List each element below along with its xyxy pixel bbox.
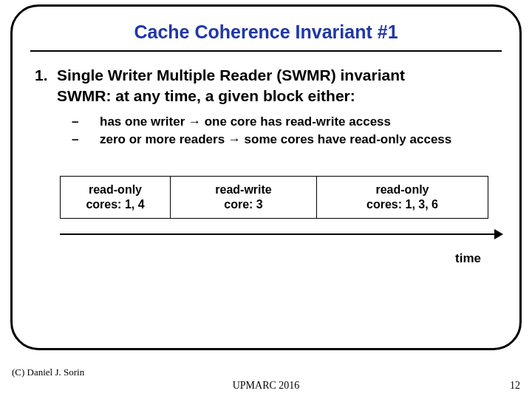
dash-marker: – xyxy=(72,131,100,149)
dash-2a: zero or more readers xyxy=(100,132,228,146)
dash-2b: some cores have read-only access xyxy=(241,132,451,146)
list-line-1: Single Writer Multiple Reader (SWMR) inv… xyxy=(57,65,405,86)
dash-item-1: – has one writer → one core has read-wri… xyxy=(72,113,502,132)
slide: Cache Coherence Invariant #1 1. Single W… xyxy=(0,0,532,399)
dash-item-2: – zero or more readers → some cores have… xyxy=(72,131,502,149)
time-axis xyxy=(60,229,503,239)
list-item-1: 1. Single Writer Multiple Reader (SWMR) … xyxy=(35,65,502,86)
timeline-epochs: read-only cores: 1, 4 read-write core: 3… xyxy=(60,176,488,219)
arrow-icon: → xyxy=(188,115,201,129)
epoch-3: read-only cores: 1, 3, 6 xyxy=(317,176,488,219)
list-line-2: SWMR: at any time, a given block either: xyxy=(35,86,502,106)
page-number: 12 xyxy=(510,380,520,392)
arrow-icon: → xyxy=(228,132,241,146)
epoch-1-line1: read-only xyxy=(64,183,167,197)
dash-1b: one core has read-write access xyxy=(201,115,391,129)
epoch-2-line1: read-write xyxy=(174,183,313,197)
epoch-1-line2: cores: 1, 4 xyxy=(64,197,167,212)
epoch-2: read-write core: 3 xyxy=(171,176,317,219)
dash-text-2: zero or more readers → some cores have r… xyxy=(100,131,451,149)
arrowhead-icon xyxy=(494,229,503,239)
slide-title: Cache Coherence Invariant #1 xyxy=(30,21,502,52)
epoch-3-line1: read-only xyxy=(320,183,485,197)
dash-1a: has one writer xyxy=(100,115,188,129)
axis-line xyxy=(60,233,496,235)
epoch-1: read-only cores: 1, 4 xyxy=(60,176,171,219)
dash-list: – has one writer → one core has read-wri… xyxy=(35,113,502,149)
copyright: (C) Daniel J. Sorin xyxy=(12,366,84,378)
dash-text-1: has one writer → one core has read-write… xyxy=(100,113,391,132)
list-number: 1. xyxy=(35,65,57,86)
epoch-3-line2: cores: 1, 3, 6 xyxy=(320,197,485,212)
main-list: 1. Single Writer Multiple Reader (SWMR) … xyxy=(30,65,502,149)
slide-frame: Cache Coherence Invariant #1 1. Single W… xyxy=(10,4,522,350)
dash-marker: – xyxy=(72,113,100,132)
time-label: time xyxy=(30,251,481,266)
footer-center: UPMARC 2016 xyxy=(0,380,532,392)
epoch-2-line2: core: 3 xyxy=(174,197,313,212)
